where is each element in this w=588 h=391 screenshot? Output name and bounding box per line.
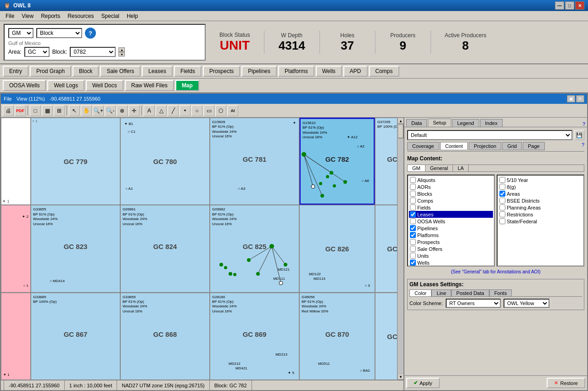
cb-leases[interactable] [410,211,416,217]
block-spinner[interactable]: ▲ ▼ [118,47,126,57]
tool-poly[interactable]: ⬠ [215,105,226,116]
tab-apd[interactable]: APD [343,66,368,77]
cb-8g[interactable] [499,184,505,190]
color-scheme-select[interactable]: RT Owners Operator Status [446,299,501,308]
cell-r1c5-selected[interactable]: GC 782 G15610BP 61% (Op)Woodside 24%Unoc… [299,118,375,205]
check-restrictions[interactable]: Restrictions [498,211,582,218]
cell-r3c1[interactable]: ✦ 1 [1,293,31,380]
check-prospects[interactable]: Prospects [409,238,493,245]
cell-r1c4[interactable]: GC 781 G15609BP 61% (Op)Woodside 24%Unoc… [210,118,299,205]
tab-fields[interactable]: Fields [174,66,202,77]
panel-help-btn[interactable]: ? [582,121,585,127]
tool-arrow[interactable]: ↖ [69,105,80,116]
check-comps[interactable]: Comps [409,197,493,204]
map-minimize-btn[interactable]: ▣ [567,95,575,102]
cb-areas[interactable] [499,191,505,197]
tab-well-logs[interactable]: Well Logs [47,80,84,91]
profile-save-btn[interactable]: 💾 [574,130,584,140]
close-button[interactable]: ✕ [575,1,584,10]
cb-bsee-districts[interactable] [499,198,505,204]
settings-tab-posted-data[interactable]: Posted Data [451,289,489,296]
panel-tab-legend[interactable]: Legend [452,119,479,127]
tool-ai[interactable]: AI [227,105,238,116]
tab-prod-graph[interactable]: Prod Graph [30,66,71,77]
check-platforms[interactable]: Platforms [409,232,493,238]
check-areas[interactable]: Areas [498,190,582,197]
menu-reports[interactable]: Reports [37,11,64,21]
cell-r2c4[interactable]: GC 825 G09982BP 61% (Op)Woodside 24%Unoc… [210,205,299,292]
tool-text[interactable]: A [144,105,155,116]
tool-table[interactable]: ⊞ [54,105,65,116]
gm-tab-gm[interactable]: GM [408,165,426,171]
cb-pipelines[interactable] [410,225,416,231]
panel-tab-data[interactable]: Data [406,119,427,127]
type-select[interactable]: BlockAreaField [36,28,82,38]
tool-zoom-in[interactable]: 🔍+ [93,105,104,116]
tool-rect-select[interactable]: □ [30,105,41,116]
cb-prospects[interactable] [410,239,416,245]
cb-fields[interactable] [410,204,416,210]
tab-leases[interactable]: Leases [142,66,173,77]
check-bsee-districts[interactable]: BSEE Districts [498,197,582,204]
cell-r3c2[interactable]: GC 867 G33885BP 100% (Op) [31,293,120,380]
cb-comps[interactable] [410,198,416,204]
cell-r2c5[interactable]: GC 826 MD122 MD113 ○ 3 [299,205,375,292]
block-select[interactable]: 0782 [70,47,116,57]
cb-oosa-wells[interactable] [410,218,416,224]
check-aliquots[interactable]: Aliquots [409,176,493,183]
check-510year[interactable]: 5/10 Year [498,176,582,183]
cell-r3c3[interactable]: GC 868 G33859BP 61% (Op)Woodside 24%Unoc… [120,293,210,380]
settings-tab-line[interactable]: Line [431,289,451,296]
profile-select[interactable]: Default [407,130,572,140]
check-8g[interactable]: 8(g) [498,183,582,190]
tool-grid[interactable]: ▦ [42,105,53,116]
sub-tab-grid[interactable]: Grid [502,142,522,150]
cb-restrictions[interactable] [499,211,505,217]
gm-tab-la[interactable]: LA [453,165,469,171]
menu-help[interactable]: Help [123,11,142,21]
tool-print[interactable]: 🖨 [3,105,14,116]
minimize-button[interactable]: — [555,1,564,10]
check-blocks[interactable]: Blocks [409,190,493,197]
menu-file[interactable]: File [2,11,18,21]
color-select[interactable]: OWL Yellow OWL Blue White [504,299,549,308]
tab-oosa-wells[interactable]: OOSA Wells [3,80,46,91]
cb-sale-offers[interactable] [410,246,416,252]
cb-aors[interactable] [410,184,416,190]
cell-r2c2[interactable]: GC 823 G33855BP 61% (Op)Woodside 24%Unoc… [31,205,120,292]
tab-sale-offers[interactable]: Sale Offers [100,66,140,77]
cell-r2c3[interactable]: GC 824 G09981BP 61% (Op)Woodside 24%Unoc… [120,205,210,292]
annotation-note[interactable]: (See "General" tab for Annotations and A… [407,268,584,275]
cb-wells[interactable] [410,260,416,266]
map-file-label[interactable]: File [4,96,12,102]
tab-map[interactable]: Map [175,80,199,91]
check-planning-areas[interactable]: Planning Areas [498,204,582,211]
tool-point[interactable]: • [179,105,190,116]
sub-tab-help[interactable]: ? [582,142,584,150]
check-wells[interactable]: Wells [409,259,493,266]
restore-button[interactable]: ✕ Restore [547,378,585,388]
tool-circle[interactable]: ○ [191,105,202,116]
cb-state-federal[interactable] [499,218,505,224]
panel-tab-index[interactable]: Index [480,119,503,127]
cell-r1c3[interactable]: GC 780 ✦ B1 ○ C1 ○ A1 [120,118,210,205]
cb-aliquots[interactable] [410,177,416,183]
tab-entry[interactable]: Entry [3,66,28,77]
tool-shape[interactable]: △ [156,105,167,116]
cb-platforms[interactable] [410,232,416,238]
maximize-button[interactable]: □ [565,1,574,10]
tool-line[interactable]: ╱ [168,105,179,116]
check-aors[interactable]: AORs [409,183,493,190]
map-canvas-area[interactable]: ✦ 1 GC 779 + 1 GC 780 ✦ B1 ○ C1 ○ A1 GC … [1,118,403,390]
tool-pan[interactable]: ✋ [81,105,92,116]
tab-well-docs[interactable]: Well Docs [86,80,123,91]
tool-erase[interactable]: ⊗ [117,105,128,116]
cell-r3c5[interactable]: GC 870 G36056BP 61% (Op)Woodside 24%Red … [299,293,375,380]
settings-tab-fonts[interactable]: Fonts [489,289,512,296]
cb-units[interactable] [410,253,416,259]
cell-r2c1[interactable]: ✦ 2 ○ 1 [1,205,31,292]
map-close-btn[interactable]: ✕ [576,95,584,102]
cb-510year[interactable] [499,177,505,183]
check-leases[interactable]: Leases [409,211,493,218]
check-fields[interactable]: Fields [409,204,493,211]
